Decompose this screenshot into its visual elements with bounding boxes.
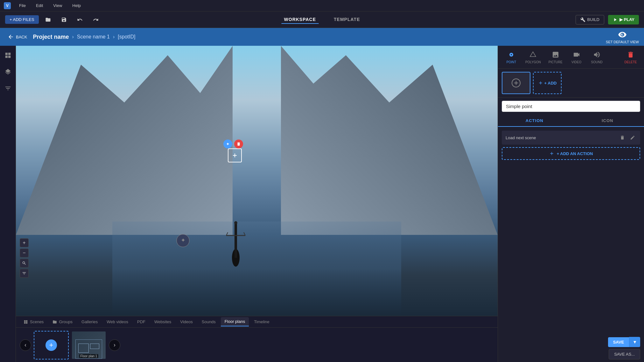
open-folder-button[interactable] <box>41 15 55 24</box>
tab-floorplans[interactable]: Floor plans <box>221 317 249 326</box>
svg-rect-1 <box>234 223 237 258</box>
zoom-in-button[interactable]: + <box>20 238 29 247</box>
tab-groups-label: Groups <box>59 319 73 324</box>
action-icons-0 <box>619 134 636 141</box>
tab-scenes[interactable]: Scenes <box>20 318 47 326</box>
action-item-0: Load next scene <box>502 131 640 145</box>
canvas[interactable]: ✦ <box>16 46 498 316</box>
build-button[interactable]: BUILD <box>576 15 604 24</box>
tab-groups[interactable]: Groups <box>49 318 76 326</box>
breadcrumb-spot[interactable]: [spotID] <box>118 34 135 40</box>
add-files-button[interactable]: + ADD FILES <box>5 15 39 24</box>
filter-button[interactable] <box>20 269 29 278</box>
left-sidebar <box>0 46 16 362</box>
canvas-background: ✦ <box>16 46 498 316</box>
delete-icon <box>626 50 635 59</box>
zoom-fit-button[interactable] <box>20 259 29 268</box>
spot-name-input[interactable] <box>502 101 640 112</box>
spot-add-label: + ADD <box>544 81 557 85</box>
toolbar-right: BUILD ▶ PLAY <box>576 15 639 24</box>
picture-icon <box>551 50 560 59</box>
tab-pdf-label: PDF <box>137 319 145 324</box>
sound-label: SOUND <box>591 60 603 64</box>
breadcrumb-sep-1: › <box>72 34 74 40</box>
workspace-tab[interactable]: WORKSPACE <box>282 16 319 24</box>
sidebar-layers-icon[interactable] <box>2 66 14 78</box>
add-icon: + <box>46 339 57 351</box>
build-label: BUILD <box>587 17 599 22</box>
save-button[interactable] <box>57 15 71 24</box>
save-as-button[interactable]: SAVE AS... <box>609 349 640 359</box>
zoom-controls: + − <box>20 238 29 278</box>
back-button[interactable]: BACK <box>5 32 30 41</box>
delete-label: DELETE <box>625 60 637 64</box>
tab-webvideos-label: Web videos <box>107 319 128 324</box>
tab-timeline[interactable]: Timeline <box>250 318 273 326</box>
tab-sounds-label: Sounds <box>202 319 216 324</box>
zoom-out-button[interactable]: − <box>20 249 29 257</box>
video-icon <box>572 50 581 59</box>
add-floor-plan-button[interactable]: + <box>34 331 69 359</box>
play-button[interactable]: ▶ PLAY <box>608 15 639 24</box>
toolbar-center: WORKSPACE TEMPLATE <box>282 16 363 24</box>
delete-tool-button[interactable]: DELETE <box>621 48 640 66</box>
sidebar-scenes-icon[interactable] <box>2 50 14 61</box>
spot-delete-button[interactable] <box>234 140 243 148</box>
breadcrumb-project[interactable]: Project name <box>33 34 69 40</box>
sound-icon <box>592 50 601 59</box>
action-tab[interactable]: ACTION <box>498 115 571 126</box>
tab-videos[interactable]: Videos <box>176 318 197 326</box>
next-arrow[interactable]: › <box>109 339 120 351</box>
set-default-view-button[interactable]: SET DEFAULT VIEW <box>606 30 639 44</box>
tab-sounds[interactable]: Sounds <box>198 318 220 326</box>
tab-galleries[interactable]: Galleries <box>78 318 102 326</box>
bottom-panel: Scenes Groups Galleries Web videos PDF W… <box>16 316 498 362</box>
add-action-button[interactable]: + ADD AN ACTION <box>502 147 640 160</box>
save-main-button[interactable]: SAVE <box>608 337 629 347</box>
polygon-label: POLYGON <box>525 60 541 64</box>
redo-button[interactable] <box>89 15 102 24</box>
sidebar-filter-icon[interactable] <box>2 83 14 94</box>
menu-file[interactable]: File <box>17 2 28 9</box>
play-label: ▶ PLAY <box>620 17 634 22</box>
tab-websites[interactable]: Websites <box>150 318 175 326</box>
save-button-main[interactable]: SAVE ▼ <box>608 337 640 347</box>
action-delete-button-0[interactable] <box>619 134 626 141</box>
spot-thumbnails: + ADD <box>498 69 644 98</box>
polygon-tool-button[interactable]: POLYGON <box>522 48 544 66</box>
floor-plan-image-1: Floor plan 1 <box>72 331 106 359</box>
prev-arrow[interactable]: ‹ <box>20 339 31 351</box>
spot-marker[interactable]: ✦ <box>228 148 242 162</box>
tab-webvideos[interactable]: Web videos <box>103 318 132 326</box>
spot-thumb-1[interactable] <box>502 72 530 94</box>
sound-tool-button[interactable]: SOUND <box>587 48 606 66</box>
app-logo: V <box>4 2 11 9</box>
save-row: SAVE ▼ SAVE AS... <box>498 334 644 362</box>
spot-thumb-add-button[interactable]: + ADD <box>533 72 562 94</box>
canvas-area: ✦ <box>16 46 498 362</box>
save-dropdown-arrow[interactable]: ▼ <box>629 337 640 347</box>
template-tab[interactable]: TEMPLATE <box>331 16 362 24</box>
undo-button[interactable] <box>73 15 87 24</box>
tab-videos-label: Videos <box>180 319 193 324</box>
floor-plan-thumb-1[interactable]: Floor plan 1 <box>71 331 106 359</box>
action-label-0: Load next scene <box>506 135 536 140</box>
secondary-spot[interactable]: ✦ <box>175 233 191 249</box>
set-default-label: SET DEFAULT VIEW <box>606 40 639 44</box>
svg-text:✦: ✦ <box>180 237 185 243</box>
actions-list: Load next scene + ADD AN ACTION <box>498 127 644 334</box>
menu-edit[interactable]: Edit <box>34 2 45 9</box>
tab-pdf[interactable]: PDF <box>133 318 149 326</box>
action-edit-button-0[interactable] <box>629 134 636 141</box>
icon-tab[interactable]: ICON <box>571 115 644 126</box>
menu-view[interactable]: View <box>51 2 64 9</box>
point-tool-button[interactable]: POINT <box>502 48 521 66</box>
spot-move-handle[interactable]: ✦ <box>223 140 232 148</box>
picture-tool-button[interactable]: PICTURE <box>545 48 566 66</box>
picture-label: PICTURE <box>549 60 563 64</box>
mountain-right <box>281 46 498 235</box>
menu-help[interactable]: Help <box>70 2 83 9</box>
breadcrumb-scene[interactable]: Scene name 1 <box>77 34 110 40</box>
video-tool-button[interactable]: VIDEO <box>567 48 586 66</box>
tab-scenes-label: Scenes <box>30 319 44 324</box>
